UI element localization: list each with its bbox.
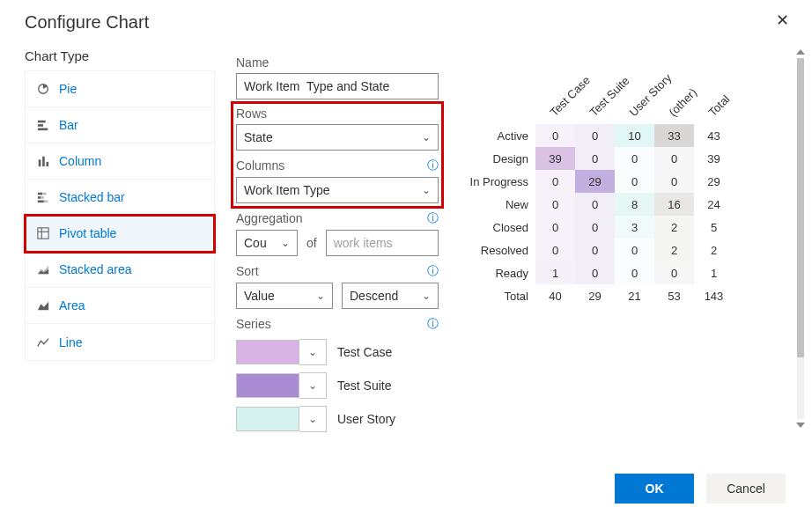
color-picker-button[interactable]: ⌄ — [299, 406, 327, 432]
info-icon[interactable]: ⓘ — [427, 158, 439, 173]
column-header: (other) — [654, 71, 694, 124]
chart-type-stacked-bar[interactable]: Stacked bar — [26, 180, 214, 216]
cell: 2 — [654, 216, 694, 239]
chevron-down-icon: ⌄ — [316, 290, 325, 302]
cell: 0 — [575, 193, 615, 216]
svg-rect-3 — [38, 129, 48, 131]
column-header: Total — [694, 71, 734, 124]
row-header: Active — [463, 124, 535, 147]
chevron-down-icon: ⌄ — [422, 131, 431, 143]
total-label: Total — [463, 284, 535, 307]
scroll-down-icon[interactable] — [796, 423, 805, 428]
series-name: Test Suite — [337, 379, 391, 393]
svg-rect-6 — [47, 162, 49, 166]
row-header: Closed — [463, 216, 535, 239]
chart-type-area[interactable]: Area — [26, 288, 214, 324]
svg-rect-7 — [38, 193, 42, 195]
aggregation-field-select[interactable]: work items — [326, 230, 439, 256]
dialog-footer: OK Cancel — [615, 474, 786, 504]
row-total: 24 — [694, 193, 734, 216]
table-row: In Progress0290029 — [463, 170, 734, 193]
svg-rect-8 — [42, 193, 46, 195]
chart-options: Name Rows State ⌄ Columns ⓘ Work Item Ty… — [236, 48, 439, 432]
color-picker-button[interactable]: ⌄ — [299, 372, 327, 399]
svg-rect-9 — [38, 196, 41, 199]
configure-chart-dialog: Configure Chart ✕ Chart Type PieBarColum… — [0, 0, 810, 519]
dialog-title: Configure Chart — [25, 12, 786, 33]
scroll-thumb[interactable] — [797, 58, 804, 357]
cell: 0 — [615, 170, 654, 193]
row-total: 43 — [694, 124, 734, 147]
chart-type-column[interactable]: Column — [26, 143, 214, 180]
table-row: Active00103343 — [463, 124, 734, 147]
chart-type-pivot-table[interactable]: Pivot table — [26, 216, 214, 252]
chart-type-pie[interactable]: Pie — [26, 71, 214, 107]
area-icon — [36, 298, 50, 312]
cell: 39 — [535, 147, 575, 170]
cell: 29 — [575, 170, 615, 193]
scroll-track[interactable] — [797, 58, 804, 419]
table-row: Design3900039 — [463, 147, 734, 170]
scrollbar[interactable] — [794, 49, 807, 437]
sort-direction-select[interactable]: Descend ⌄ — [342, 283, 439, 309]
cell: 0 — [654, 261, 694, 284]
cell: 1 — [535, 261, 575, 284]
info-icon[interactable]: ⓘ — [427, 263, 439, 279]
cell: 0 — [535, 216, 575, 239]
info-icon[interactable]: ⓘ — [427, 316, 439, 332]
chart-type-bar[interactable]: Bar — [26, 107, 214, 143]
column-total: 143 — [694, 284, 734, 307]
cell: 0 — [535, 170, 575, 193]
svg-rect-2 — [38, 124, 43, 127]
aggregation-label: Aggregation ⓘ — [236, 210, 439, 226]
pie-icon — [36, 82, 50, 96]
svg-rect-10 — [41, 196, 44, 199]
info-icon[interactable]: ⓘ — [427, 210, 439, 226]
chart-type-stacked-area[interactable]: Stacked area — [26, 252, 214, 288]
cell: 0 — [654, 147, 694, 170]
cancel-button[interactable]: Cancel — [706, 474, 786, 504]
aggregation-select[interactable]: Cou ⌄ — [236, 230, 298, 256]
columns-select[interactable]: Work Item Type ⌄ — [236, 177, 439, 203]
cell: 0 — [654, 170, 694, 193]
scroll-up-icon[interactable] — [796, 49, 805, 55]
chart-type-line[interactable]: Line — [26, 324, 214, 360]
series-row: ⌄Test Suite — [236, 372, 439, 399]
rows-select[interactable]: State ⌄ — [236, 124, 439, 151]
row-total: 29 — [694, 170, 734, 193]
cell: 0 — [535, 239, 575, 261]
color-swatch[interactable] — [236, 407, 299, 431]
svg-rect-12 — [44, 201, 48, 203]
columns-label: Columns ⓘ — [236, 158, 439, 173]
cell: 0 — [535, 124, 575, 147]
column-icon — [36, 154, 50, 168]
cell: 0 — [575, 216, 615, 239]
chevron-down-icon: ⌄ — [281, 237, 290, 249]
row-total: 5 — [694, 216, 734, 239]
color-swatch[interactable] — [236, 340, 299, 364]
cell: 0 — [575, 124, 615, 147]
chart-type-label: Line — [59, 335, 82, 349]
row-total: 2 — [694, 239, 734, 261]
color-swatch[interactable] — [236, 373, 299, 398]
series-row: ⌄User Story — [236, 406, 439, 432]
name-input[interactable] — [236, 73, 439, 99]
of-label: of — [306, 236, 317, 250]
sort-label: Sort ⓘ — [236, 263, 439, 279]
chart-type-label: Bar — [59, 118, 78, 132]
color-picker-button[interactable]: ⌄ — [299, 339, 327, 365]
svg-rect-13 — [38, 228, 48, 239]
column-total: 21 — [615, 284, 654, 307]
row-header: Ready — [463, 261, 535, 284]
cell: 0 — [615, 147, 654, 170]
column-total: 29 — [575, 284, 615, 307]
series-name: Test Case — [337, 345, 392, 359]
line-icon — [36, 335, 50, 349]
cell: 0 — [615, 261, 654, 284]
ok-button[interactable]: OK — [615, 474, 694, 504]
cell: 0 — [575, 239, 615, 261]
table-row: Closed00325 — [463, 216, 734, 239]
close-button[interactable]: ✕ — [772, 7, 793, 33]
cell: 10 — [615, 124, 654, 147]
sort-field-select[interactable]: Value ⌄ — [236, 283, 333, 309]
